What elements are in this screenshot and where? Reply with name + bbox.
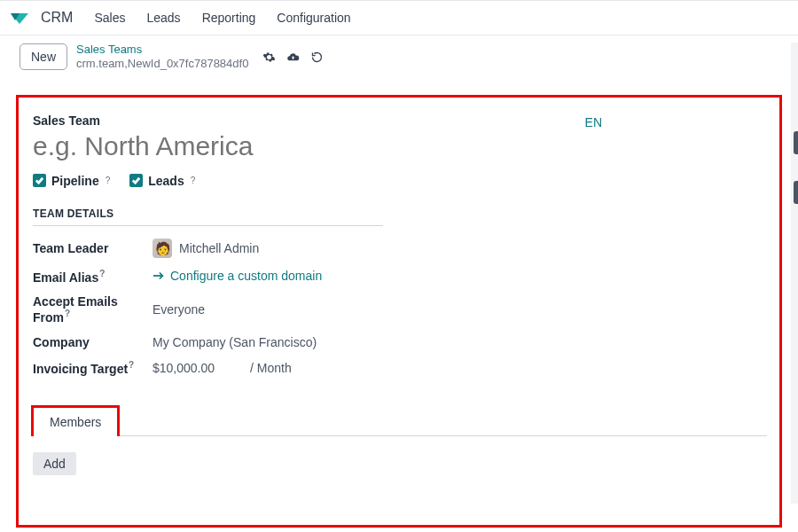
undo-icon[interactable] bbox=[310, 51, 324, 64]
tab-members[interactable]: Members bbox=[31, 405, 120, 436]
configure-domain-link[interactable]: Configure a custom domain bbox=[153, 269, 322, 283]
subbar-actions bbox=[262, 51, 324, 64]
configure-domain-text: Configure a custom domain bbox=[170, 269, 322, 283]
team-leader-value[interactable]: 🧑 Mitchell Admin bbox=[153, 239, 259, 258]
app-name[interactable]: CRM bbox=[41, 10, 73, 26]
email-alias-help-icon[interactable]: ? bbox=[99, 269, 105, 278]
accept-emails-label: Accept Emails From? bbox=[33, 294, 153, 325]
accept-emails-row: Accept Emails From? Everyone bbox=[33, 294, 765, 325]
right-rail bbox=[791, 43, 798, 504]
nav-configuration[interactable]: Configuration bbox=[271, 7, 356, 28]
pipeline-checkbox-wrap: Pipeline ? bbox=[33, 174, 110, 188]
nav-leads[interactable]: Leads bbox=[141, 7, 185, 28]
nav-sales[interactable]: Sales bbox=[89, 7, 130, 28]
invoicing-target-value[interactable]: $10,000.00 bbox=[153, 361, 250, 375]
leads-label: Leads bbox=[148, 174, 184, 188]
team-leader-row: Team Leader 🧑 Mitchell Admin bbox=[33, 239, 765, 258]
breadcrumb-parent[interactable]: Sales Teams bbox=[76, 43, 248, 57]
company-label: Company bbox=[33, 335, 153, 349]
team-name-input[interactable] bbox=[33, 131, 476, 161]
invoicing-help-icon[interactable]: ? bbox=[129, 360, 134, 370]
leads-help-icon[interactable]: ? bbox=[191, 176, 196, 185]
invoicing-target-label: Invoicing Target? bbox=[33, 360, 153, 376]
company-value[interactable]: My Company (San Francisco) bbox=[153, 335, 317, 349]
leads-checkbox[interactable] bbox=[129, 174, 143, 187]
invoicing-target-unit: / Month bbox=[250, 361, 292, 375]
accept-emails-value[interactable]: Everyone bbox=[153, 302, 205, 317]
tabs: Members bbox=[31, 405, 767, 436]
accept-emails-help-icon[interactable]: ? bbox=[65, 309, 70, 318]
invoicing-target-row: Invoicing Target? $10,000.00 / Month bbox=[33, 360, 765, 376]
breadcrumb: Sales Teams crm.team,NewId_0x7fc787884df… bbox=[76, 43, 248, 72]
form-panel: EN Sales Team Pipeline ? Leads ? TEAM DE… bbox=[16, 95, 782, 528]
add-member-button[interactable]: Add bbox=[33, 452, 76, 475]
email-alias-label: Email Alias? bbox=[33, 269, 153, 285]
team-details-header: TEAM DETAILS bbox=[33, 207, 383, 226]
company-row: Company My Company (San Francisco) bbox=[33, 335, 765, 349]
arrow-right-icon bbox=[153, 270, 165, 281]
email-alias-row: Email Alias? Configure a custom domain bbox=[33, 269, 765, 285]
team-leader-name: Mitchell Admin bbox=[179, 241, 259, 255]
nav-reporting[interactable]: Reporting bbox=[197, 7, 262, 28]
gear-icon[interactable] bbox=[262, 51, 276, 64]
team-leader-label: Team Leader bbox=[33, 241, 153, 255]
pipeline-label: Pipeline bbox=[51, 174, 99, 188]
control-bar: New Sales Teams crm.team,NewId_0x7fc7878… bbox=[0, 35, 798, 81]
pipeline-checkbox[interactable] bbox=[33, 174, 46, 187]
leads-checkbox-wrap: Leads ? bbox=[129, 174, 195, 188]
rail-handle-1[interactable] bbox=[794, 131, 798, 154]
rail-handle-2[interactable] bbox=[794, 181, 798, 204]
checkbox-row: Pipeline ? Leads ? bbox=[33, 174, 765, 188]
title-label: Sales Team bbox=[33, 113, 765, 128]
breadcrumb-current: crm.team,NewId_0x7fc787884df0 bbox=[76, 57, 248, 71]
top-nav: CRM Sales Leads Reporting Configuration bbox=[0, 0, 798, 35]
new-button[interactable]: New bbox=[20, 43, 67, 70]
language-toggle[interactable]: EN bbox=[585, 115, 602, 129]
pipeline-help-icon[interactable]: ? bbox=[106, 176, 111, 185]
cloud-upload-icon[interactable] bbox=[286, 51, 300, 64]
app-logo bbox=[9, 10, 30, 26]
team-leader-avatar: 🧑 bbox=[153, 239, 172, 258]
